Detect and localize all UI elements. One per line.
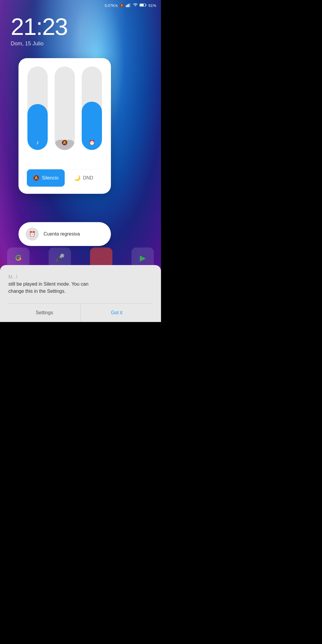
clock-time: 21:23 (11, 15, 67, 39)
wifi-icon (133, 3, 138, 8)
dnd-tab[interactable]: 🌙 DND (65, 169, 103, 187)
svg-rect-3 (129, 3, 130, 7)
countdown-icon: ⏰ (29, 231, 35, 237)
ringtone-slider[interactable]: 🔕 (54, 66, 75, 162)
silencio-icon: 🔕 (33, 175, 39, 181)
silencio-label: Silencio (42, 175, 58, 181)
clock-date: Dom, 15 Julio (11, 41, 67, 47)
svg-rect-5 (146, 4, 147, 6)
settings-button[interactable]: Settings (8, 304, 81, 322)
status-bar-content: 0,07K/s 🔕 61% (105, 3, 156, 8)
battery-icon (140, 3, 147, 8)
alarm-slider[interactable]: ⏰ (81, 66, 103, 162)
silencio-tab[interactable]: 🔕 Silencio (27, 169, 65, 187)
google-g-icon: G (15, 253, 22, 263)
svg-rect-6 (140, 4, 144, 6)
svg-rect-0 (126, 5, 127, 7)
notification-text: M...l still be played in Silent mode. Yo… (8, 273, 153, 295)
alarm-off-icon: 🔕 (120, 3, 124, 7)
alarm-slider-fill: ⏰ (82, 102, 102, 150)
media-slider-fill: ♪ (27, 104, 48, 150)
play-store-arrow: ▶ (140, 253, 146, 263)
notification-end-char: l (16, 274, 18, 279)
dnd-label: DND (83, 175, 93, 181)
status-bar: 0,07K/s 🔕 61% (0, 0, 161, 11)
countdown-icon-circle: ⏰ (26, 227, 39, 241)
notification-line2: still be played in Silent mode. You can (8, 281, 89, 287)
mic-icon: 🎤 (55, 253, 65, 263)
notification-first-char: M (8, 274, 12, 279)
volume-panel: ♪ 🔕 ⏰ 🔕 Silencio (18, 58, 111, 194)
alarm-slider-track: ⏰ (82, 66, 102, 150)
media-slider[interactable]: ♪ (27, 66, 48, 162)
clock-area: 21:23 Dom, 15 Julio (11, 15, 67, 47)
svg-rect-1 (127, 4, 128, 7)
svg-rect-2 (128, 4, 129, 7)
signal-icon (126, 3, 131, 8)
alarm-icon: ⏰ (89, 140, 95, 146)
notification-ellipsis: ... (12, 274, 16, 279)
mode-tabs: 🔕 Silencio 🌙 DND (27, 169, 103, 187)
gotit-button[interactable]: Got it (81, 304, 153, 322)
notification-line3: change this in the Settings. (8, 289, 66, 294)
notification-actions: Settings Got it (8, 303, 153, 322)
dnd-icon: 🌙 (74, 175, 80, 181)
ringtone-slider-track: 🔕 (55, 66, 75, 150)
battery-percent: 61% (148, 3, 156, 8)
media-icon: ♪ (36, 139, 39, 146)
countdown-button[interactable]: ⏰ Cuenta regresiva (18, 222, 111, 246)
notification-card: M...l still be played in Silent mode. Yo… (0, 265, 161, 322)
network-speed: 0,07K/s (105, 3, 118, 8)
media-slider-track: ♪ (27, 66, 48, 150)
countdown-label: Cuenta regresiva (44, 231, 80, 237)
ringtone-icon: 🔕 (61, 140, 68, 146)
sliders-row: ♪ 🔕 ⏰ (27, 66, 103, 162)
ringtone-slider-fill: 🔕 (55, 140, 75, 150)
